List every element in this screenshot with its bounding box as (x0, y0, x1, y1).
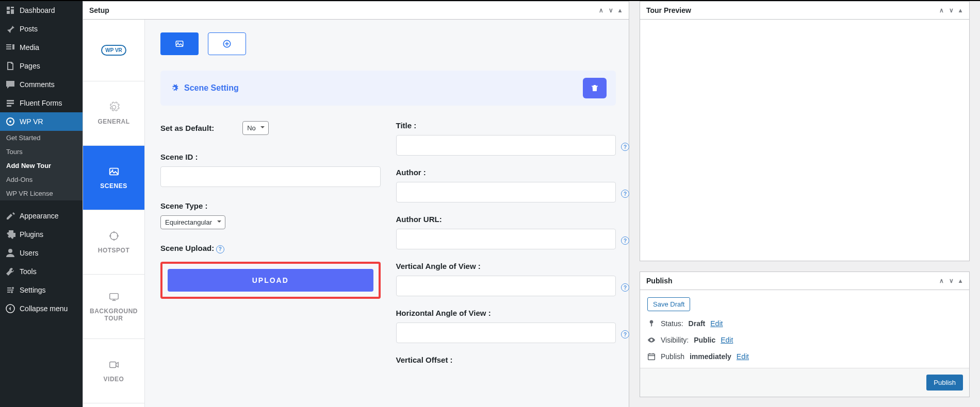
delete-scene-button[interactable] (583, 78, 607, 98)
tour-preview-canvas (640, 20, 969, 261)
submenu-label: Get Started (6, 134, 40, 142)
submenu-get-started[interactable]: Get Started (0, 131, 83, 145)
set-default-select[interactable]: No (242, 121, 269, 135)
appearance-icon (5, 211, 15, 221)
author-url-label: Author URL: (396, 215, 616, 224)
sidebar-item-comments[interactable]: Comments (0, 75, 83, 94)
sidebar-item-label: Media (20, 43, 39, 52)
vtab-scenes[interactable]: SCENES (83, 146, 144, 210)
scene-type-select[interactable]: Equirectangular (160, 215, 225, 229)
visibility-label: Visibility: (661, 336, 689, 344)
info-icon[interactable]: ? (621, 330, 629, 338)
svg-rect-10 (109, 362, 116, 368)
haov-input[interactable] (396, 323, 616, 343)
sidebar-item-tools[interactable]: Tools (0, 262, 83, 281)
move-up-icon[interactable]: ∧ (938, 276, 945, 285)
move-down-icon[interactable]: ∨ (948, 276, 955, 285)
sidebar-item-dashboard[interactable]: Dashboard (0, 1, 83, 20)
toggle-icon[interactable]: ▴ (617, 6, 623, 15)
submenu-license[interactable]: WP VR License (0, 186, 83, 200)
toggle-icon[interactable]: ▴ (958, 276, 963, 285)
pin-icon (5, 24, 15, 34)
info-icon[interactable]: ? (621, 283, 629, 292)
vtab-label: BACKGROUND TOUR (86, 308, 141, 322)
sidebar-item-media[interactable]: Media (0, 38, 83, 57)
vr-icon (5, 116, 15, 127)
edit-schedule-link[interactable]: Edit (737, 352, 749, 361)
scene-upload-label: Scene Upload: (160, 244, 214, 252)
vtab-general[interactable]: GENERAL (83, 81, 144, 146)
visibility-row: Visibility: Public Edit (647, 336, 962, 344)
sidebar-item-pages[interactable]: Pages (0, 57, 83, 75)
sidebar-item-wpvr[interactable]: WP VR (0, 112, 83, 131)
vtab-video[interactable]: VIDEO (83, 339, 144, 403)
image-icon (108, 166, 120, 177)
sidebar-item-posts[interactable]: Posts (0, 20, 83, 38)
submenu-add-new-tour[interactable]: Add New Tour (0, 159, 83, 173)
svg-point-4 (11, 291, 13, 293)
save-draft-button[interactable]: Save Draft (647, 297, 690, 311)
pages-icon (5, 61, 15, 71)
sidebar-item-plugins[interactable]: Plugins (0, 225, 83, 244)
move-up-icon[interactable]: ∧ (938, 6, 945, 15)
svg-point-13 (177, 42, 178, 43)
edit-visibility-link[interactable]: Edit (721, 336, 733, 344)
collapse-icon (5, 303, 15, 314)
tools-icon (5, 266, 15, 277)
sidebar-item-label: Dashboard (20, 6, 55, 14)
submenu-addons[interactable]: Add-Ons (0, 173, 83, 186)
sidebar-item-label: Tools (20, 267, 37, 276)
info-icon[interactable]: ? (216, 245, 224, 253)
schedule-value: immediately (690, 352, 731, 361)
settings-icon (5, 285, 15, 295)
scene-id-input[interactable] (160, 166, 381, 187)
move-down-icon[interactable]: ∨ (608, 6, 614, 15)
sidebar-item-collapse[interactable]: Collapse menu (0, 299, 83, 318)
tab-add-scene[interactable] (208, 32, 246, 55)
title-label: Title : (396, 121, 616, 130)
publish-metabox: Publish ∧ ∨ ▴ Save Draft Status: Draft E… (640, 272, 970, 397)
vtab-hotspot[interactable]: HOTSPOT (83, 210, 144, 275)
sidebar-item-label: WP VR (20, 117, 43, 126)
title-input[interactable] (396, 135, 616, 156)
plus-icon (222, 39, 232, 48)
voffset-label: Vertical Offset : (396, 355, 616, 364)
author-input[interactable] (396, 182, 616, 202)
vtab-background-tour[interactable]: BACKGROUND TOUR (83, 275, 144, 339)
sidebar-item-appearance[interactable]: Appearance (0, 207, 83, 225)
submenu-tours[interactable]: Tours (0, 145, 83, 159)
tour-preview-title: Tour Preview (646, 6, 691, 14)
sidebar-item-settings[interactable]: Settings (0, 281, 83, 299)
plugins-icon (5, 229, 15, 240)
sidebar-item-fluentforms[interactable]: Fluent Forms (0, 94, 83, 112)
dashboard-icon (5, 5, 15, 15)
info-icon[interactable]: ? (621, 190, 629, 198)
media-icon (5, 42, 15, 53)
svg-rect-15 (648, 354, 655, 360)
sidebar-item-label: Pages (20, 62, 40, 70)
users-icon (5, 248, 15, 258)
schedule-label: Publish (661, 352, 684, 361)
vaov-input[interactable] (396, 276, 616, 296)
scene-type-label: Scene Type : (160, 201, 381, 210)
toggle-icon[interactable]: ▴ (958, 6, 963, 15)
sidebar-item-label: Collapse menu (20, 304, 68, 313)
vtab-label: VIDEO (104, 376, 124, 383)
upload-highlight-box: UPLOAD (160, 262, 381, 299)
move-down-icon[interactable]: ∨ (948, 6, 955, 15)
upload-button[interactable]: UPLOAD (168, 269, 373, 292)
eye-icon (647, 336, 656, 344)
schedule-row: Publish immediately Edit (647, 352, 962, 361)
move-up-icon[interactable]: ∧ (598, 6, 605, 15)
setup-title: Setup (89, 6, 109, 14)
info-icon[interactable]: ? (621, 236, 629, 245)
tab-scene-image[interactable] (160, 32, 199, 55)
target-icon (108, 230, 120, 242)
image-icon (175, 39, 184, 48)
info-icon[interactable]: ? (621, 143, 629, 151)
edit-status-link[interactable]: Edit (710, 319, 723, 328)
sidebar-item-label: Users (20, 249, 39, 257)
sidebar-item-users[interactable]: Users (0, 244, 83, 262)
publish-button[interactable]: Publish (926, 375, 963, 391)
author-url-input[interactable] (396, 229, 616, 249)
